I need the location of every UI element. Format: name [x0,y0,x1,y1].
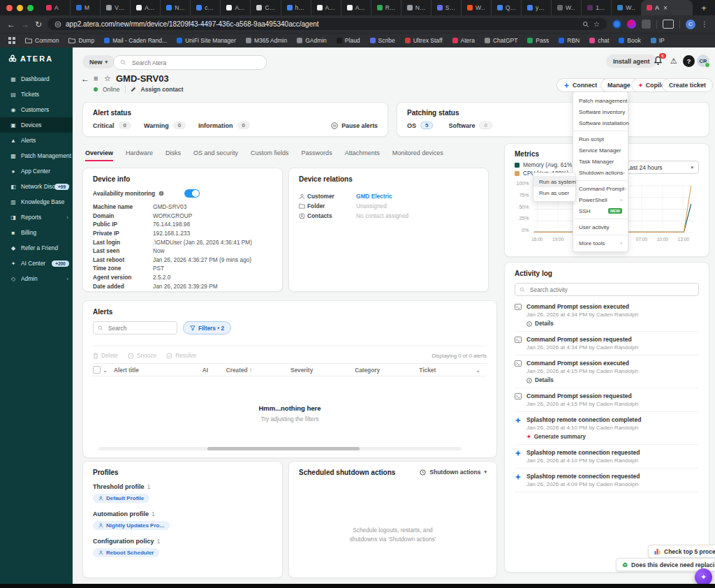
sidebar-item[interactable]: ▤ Tickets [0,87,73,102]
browser-tab[interactable]: Wha [611,0,641,15]
browser-tab[interactable]: View [100,0,130,15]
bookmark-item[interactable]: M365 Admin [246,37,287,44]
sidebar-item[interactable]: ◆ Refer a Friend [0,240,73,256]
bookmark-item[interactable]: GAdmin [297,37,327,44]
sidebar-item[interactable]: ▩ Patch Management [0,148,73,163]
manage-menu-item[interactable]: More tools › [573,237,628,249]
browser-tab[interactable]: Ama [311,0,341,15]
apps-grid-icon[interactable] [8,37,15,44]
device-tab[interactable]: Monitored devices [392,149,443,161]
zoom-window-button[interactable] [27,5,34,11]
sidebar-item[interactable]: ▣ Devices [0,117,73,133]
browser-tab[interactable]: New [160,0,190,15]
forward-button[interactable]: → [21,20,29,29]
manage-menu-item[interactable]: Command Prompt › [573,183,628,194]
scrollbar-thumb[interactable] [207,447,360,450]
pause-alerts-button[interactable]: Pause alerts [331,122,378,129]
bookmark-item[interactable]: Common [25,37,59,44]
device-tab[interactable]: Overview [85,149,113,161]
browser-tab[interactable]: Why [461,0,491,15]
sidebar-item[interactable]: ◨ Reports › [0,210,73,225]
manage-menu-item[interactable] [573,180,628,181]
device-list-icon[interactable]: ≡ [94,74,98,82]
atera-logo[interactable]: ATERA [0,47,73,71]
close-window-button[interactable] [6,5,13,11]
profile-chip[interactable]: Reboot Scheduler [93,548,159,557]
alerts-search-input[interactable] [107,324,172,332]
connect-button[interactable]: Connect [556,78,603,92]
bookmark-item[interactable]: Book [619,37,640,44]
tab-close-icon[interactable]: × [663,4,668,12]
side-panel-icon[interactable] [663,20,674,29]
check-processes-chip[interactable]: Check top 5 processes [648,545,715,558]
submenu-item[interactable]: Run as user [533,187,575,198]
device-tab[interactable]: Disks [165,149,181,161]
browser-tab[interactable]: Quic [491,0,521,15]
browser-tab[interactable]: Ama [220,0,250,15]
browser-tab[interactable]: Ama [341,0,371,15]
bookmark-item[interactable]: RBN [559,37,580,44]
sidebar-item[interactable]: ▲ Alerts [0,133,73,148]
manage-menu-item[interactable]: SSH NEW [573,205,628,216]
snooze-button[interactable]: Snooze [128,352,156,359]
password-manager-extension-icon[interactable] [612,20,621,29]
column-options-caret[interactable]: ⌄ [476,367,487,374]
back-button[interactable]: ← [7,20,15,29]
browser-tab[interactable]: New [401,0,431,15]
profile-chip[interactable]: Default Profile [93,494,149,503]
filters-button[interactable]: Filters • 2 [183,321,231,335]
manage-menu-item[interactable]: User activity [573,221,628,233]
browser-tab[interactable]: Scrib [431,0,461,15]
bookmark-item[interactable]: UniFi Site Manager [177,37,236,44]
browser-tab[interactable]: Refe [371,0,401,15]
user-avatar[interactable]: CR [697,54,709,67]
copilot-fab[interactable]: ✦ [695,568,712,584]
system-alerts-button[interactable]: ⚠ [670,57,677,66]
bookmark-item[interactable]: Plaud [337,37,360,44]
activity-action-button[interactable]: ✦ Generate summary [526,434,699,440]
assign-contact-link[interactable]: Assign contact [141,86,184,93]
activity-action-button[interactable]: ✦ Details [526,321,699,327]
shutdown-actions-menu-button[interactable]: Shutdown actions ▾ [420,469,487,476]
device-tab[interactable]: Custom fields [251,149,289,161]
new-button[interactable]: New▾ [82,55,115,68]
sidebar-item[interactable]: ◧ Network Discovery +99 [0,179,73,194]
submenu-item[interactable]: Run as system [533,176,575,187]
browser-tab[interactable]: A × [641,0,693,15]
browser-profile-avatar[interactable]: C [686,20,695,29]
sidebar-item[interactable]: ◇ Admin › [0,271,73,286]
browser-tab[interactable]: Warr [551,0,581,15]
site-settings-icon[interactable] [54,21,61,28]
browser-tab[interactable]: yout [521,0,551,15]
browser-tab[interactable]: A [40,0,70,15]
manage-menu-item[interactable]: PowerShell › [573,194,628,205]
bookmark-item[interactable]: Mail - Caden Rand... [104,37,167,44]
manage-menu-item[interactable]: Task Manager [573,156,628,167]
bookmark-item[interactable]: ChatGPT [485,37,517,44]
sidebar-item[interactable]: ▦ Dashboard [0,71,73,87]
create-ticket-button[interactable]: Create ticket [662,78,713,92]
bookmark-item[interactable]: Dump [68,37,94,44]
select-all-checkbox[interactable] [93,366,103,374]
browser-tab[interactable]: Ama [130,0,160,15]
column-category[interactable]: Category [355,367,419,374]
favorite-star-icon[interactable]: ☆ [104,74,111,83]
manage-menu-item[interactable]: Software inventory [573,106,628,117]
device-tab[interactable]: Passwords [302,149,332,161]
device-tab[interactable]: OS and security [193,149,238,161]
notifications-button[interactable]: 6 [654,56,663,66]
more-actions-button[interactable]: ⋯ [697,80,705,89]
browser-tab[interactable]: how [281,0,311,15]
sidebar-item[interactable]: ◉ Customers [0,102,73,117]
activity-search-input[interactable] [529,286,685,294]
browser-tab[interactable]: M [70,0,100,15]
reload-button[interactable]: ↻ [35,20,42,29]
column-created[interactable]: Created ↑ [226,367,290,374]
customer-link[interactable]: GMD Electric [356,193,392,200]
activity-action-button[interactable]: ✦ Details [526,377,699,383]
profile-chip[interactable]: Nightly Updates Pro... [93,521,170,530]
manage-menu-item[interactable]: Service Manager [573,145,628,156]
zoom-icon[interactable] [582,21,589,28]
select-caret-icon[interactable]: ⌄ [103,367,114,374]
manage-menu-item[interactable] [573,235,628,235]
